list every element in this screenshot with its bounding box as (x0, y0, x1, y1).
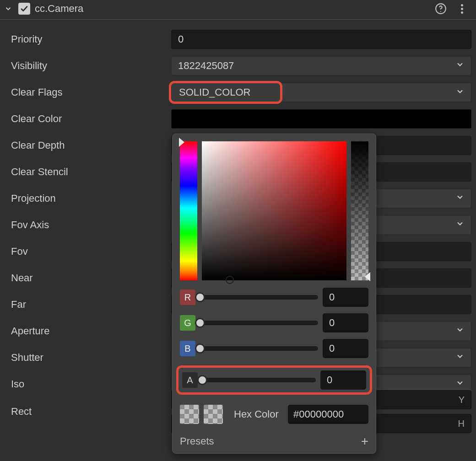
a-value: 0 (327, 374, 332, 386)
previous-color-swatch (204, 405, 223, 424)
color-picker-panel: R 0 G 0 B 0 A 0 Hex Color #00000000 Pre (172, 134, 376, 454)
clearflags-label: Clear Flags (11, 86, 171, 98)
hue-pointer-icon (179, 138, 184, 147)
priority-label: Priority (11, 33, 171, 45)
saturation-value-area[interactable] (202, 141, 346, 280)
fovaxis-label: Fov Axis (11, 219, 171, 231)
svg-point-1 (440, 11, 441, 12)
rect-h-suffix: H (458, 418, 465, 429)
b-slider[interactable] (200, 346, 318, 351)
g-slider[interactable] (200, 321, 318, 325)
component-header: cc.Camera (0, 0, 476, 20)
cleardepth-label: Clear Depth (11, 139, 171, 151)
rect-y-suffix: Y (459, 395, 465, 405)
alpha-highlight-box: A 0 (176, 365, 372, 395)
hex-input[interactable]: #00000000 (288, 405, 368, 424)
priority-value: 0 (178, 33, 184, 45)
clearcolor-label: Clear Color (11, 113, 171, 125)
slider-thumb-icon (197, 375, 207, 385)
sv-cursor-icon (226, 276, 234, 284)
aperture-label: Aperture (11, 325, 171, 337)
help-icon[interactable] (435, 3, 447, 15)
slider-thumb-icon (195, 292, 205, 302)
presets-label: Presets (180, 435, 214, 447)
r-value: 0 (329, 291, 335, 303)
a-slider[interactable] (202, 378, 316, 382)
alpha-strip[interactable] (351, 141, 368, 280)
clearstencil-label: Clear Stencil (11, 166, 171, 178)
hex-label: Hex Color (234, 408, 279, 420)
chevron-down-icon (455, 352, 465, 364)
a-chip: A (182, 372, 198, 388)
shutter-label: Shutter (11, 352, 171, 364)
current-color-swatch (180, 405, 199, 424)
alpha-pointer-icon (365, 272, 370, 281)
hue-strip[interactable] (180, 141, 197, 280)
chevron-down-icon (455, 325, 465, 337)
fov-label: Fov (11, 246, 171, 257)
projection-label: Projection (11, 193, 171, 204)
visibility-label: Visibility (11, 60, 171, 72)
slider-thumb-icon (195, 318, 205, 328)
chevron-down-icon (455, 60, 465, 72)
clearcolor-swatch[interactable] (171, 109, 471, 129)
chevron-down-icon (455, 219, 465, 231)
chevron-down-icon (455, 87, 465, 98)
clearflags-dropdown[interactable]: SOLID_COLOR (171, 83, 471, 102)
priority-input[interactable]: 0 (171, 30, 471, 49)
g-value-input[interactable]: 0 (323, 313, 368, 332)
b-chip: B (180, 341, 195, 356)
rect-label: Rect (11, 406, 171, 418)
b-value: 0 (329, 343, 335, 354)
iso-label: Iso (11, 378, 171, 390)
clearflags-value: SOLID_COLOR (179, 86, 251, 98)
b-value-input[interactable]: 0 (323, 339, 368, 358)
far-label: Far (11, 299, 171, 311)
component-title: cc.Camera (35, 3, 435, 15)
add-preset-button[interactable]: + (361, 434, 368, 449)
hex-value: #00000000 (293, 408, 344, 420)
more-menu-icon[interactable] (456, 3, 468, 15)
component-enabled-checkbox[interactable] (18, 3, 30, 15)
r-chip: R (180, 289, 195, 305)
visibility-value: 1822425087 (178, 60, 234, 72)
chevron-down-icon (455, 378, 465, 390)
r-slider[interactable] (200, 295, 318, 300)
r-value-input[interactable]: 0 (323, 288, 368, 307)
chevron-down-icon (455, 193, 465, 204)
collapse-chevron-icon[interactable] (3, 5, 14, 13)
g-value: 0 (329, 317, 335, 329)
visibility-dropdown[interactable]: 1822425087 (171, 56, 471, 75)
slider-thumb-icon (195, 343, 205, 354)
a-value-input[interactable]: 0 (320, 370, 366, 390)
g-chip: G (180, 315, 195, 331)
near-label: Near (11, 272, 171, 284)
